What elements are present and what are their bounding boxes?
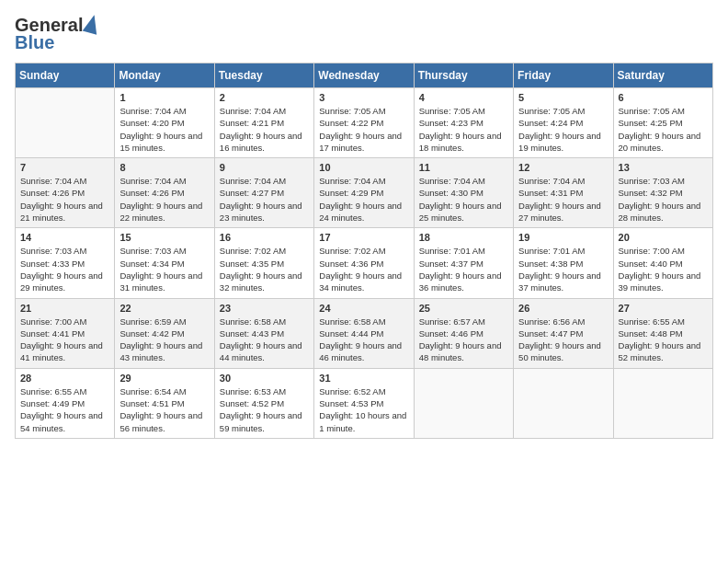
day-number: 27 [619,303,708,314]
calendar-cell: 3Sunrise: 7:05 AMSunset: 4:22 PMDaylight… [314,88,414,158]
weekday-header-wednesday: Wednesday [314,63,414,88]
calendar-cell: 16Sunrise: 7:02 AMSunset: 4:35 PMDayligh… [214,228,313,298]
calendar-cell: 5Sunrise: 7:05 AMSunset: 4:24 PMDaylight… [514,88,613,158]
day-info: Sunrise: 6:53 AMSunset: 4:52 PMDaylight:… [220,385,309,434]
day-info: Sunrise: 7:03 AMSunset: 4:32 PMDaylight:… [619,175,708,224]
day-number: 15 [119,232,209,243]
calendar-cell: 9Sunrise: 7:04 AMSunset: 4:27 PMDaylight… [214,158,313,228]
logo-triangle-icon [83,13,102,34]
calendar-cell: 6Sunrise: 7:05 AMSunset: 4:25 PMDaylight… [613,88,712,158]
day-info: Sunrise: 6:56 AMSunset: 4:47 PMDaylight:… [518,316,608,364]
day-number: 22 [119,303,209,314]
calendar-cell: 14Sunrise: 7:03 AMSunset: 4:33 PMDayligh… [16,228,115,298]
calendar-cell: 17Sunrise: 7:02 AMSunset: 4:36 PMDayligh… [314,228,414,298]
day-number: 23 [220,303,309,314]
calendar-cell: 10Sunrise: 7:04 AMSunset: 4:29 PMDayligh… [314,158,414,228]
week-row-4: 21Sunrise: 7:00 AMSunset: 4:41 PMDayligh… [16,298,713,368]
day-number: 12 [518,162,608,173]
calendar-cell: 21Sunrise: 7:00 AMSunset: 4:41 PMDayligh… [16,298,115,368]
day-number: 10 [319,162,408,173]
calendar-cell [514,368,613,438]
day-number: 6 [619,92,708,103]
calendar-cell: 23Sunrise: 6:58 AMSunset: 4:43 PMDayligh… [214,298,313,368]
day-number: 24 [319,303,408,314]
calendar-cell: 22Sunrise: 6:59 AMSunset: 4:42 PMDayligh… [115,298,214,368]
calendar-cell: 12Sunrise: 7:04 AMSunset: 4:31 PMDayligh… [514,158,613,228]
day-info: Sunrise: 7:02 AMSunset: 4:35 PMDaylight:… [220,245,309,293]
day-number: 20 [619,232,708,243]
day-number: 13 [619,162,708,173]
calendar-cell: 20Sunrise: 7:00 AMSunset: 4:40 PMDayligh… [613,228,712,298]
calendar-cell: 26Sunrise: 6:56 AMSunset: 4:47 PMDayligh… [514,298,613,368]
calendar-cell: 25Sunrise: 6:57 AMSunset: 4:46 PMDayligh… [414,298,513,368]
day-info: Sunrise: 7:02 AMSunset: 4:36 PMDaylight:… [319,245,408,293]
calendar-cell [16,88,115,158]
weekday-header-tuesday: Tuesday [214,63,313,88]
day-number: 5 [518,92,608,103]
day-number: 29 [119,373,209,384]
day-number: 28 [20,373,109,384]
weekday-header-row: SundayMondayTuesdayWednesdayThursdayFrid… [16,63,713,88]
day-info: Sunrise: 7:00 AMSunset: 4:41 PMDaylight:… [20,316,109,364]
calendar-cell: 8Sunrise: 7:04 AMSunset: 4:26 PMDaylight… [115,158,214,228]
day-number: 30 [220,373,309,384]
day-number: 2 [220,92,309,103]
calendar-cell: 24Sunrise: 6:58 AMSunset: 4:44 PMDayligh… [314,298,414,368]
day-info: Sunrise: 7:04 AMSunset: 4:26 PMDaylight:… [119,175,209,224]
day-info: Sunrise: 7:00 AMSunset: 4:40 PMDaylight:… [619,245,708,293]
day-info: Sunrise: 6:55 AMSunset: 4:48 PMDaylight:… [619,316,708,364]
day-number: 4 [419,92,508,103]
calendar-cell: 29Sunrise: 6:54 AMSunset: 4:51 PMDayligh… [115,368,214,438]
calendar-cell [414,368,513,438]
day-number: 25 [419,303,508,314]
day-number: 8 [119,162,209,173]
week-row-5: 28Sunrise: 6:55 AMSunset: 4:49 PMDayligh… [16,368,713,438]
day-info: Sunrise: 6:57 AMSunset: 4:46 PMDaylight:… [419,316,508,364]
day-info: Sunrise: 7:03 AMSunset: 4:34 PMDaylight:… [119,245,209,293]
day-info: Sunrise: 7:04 AMSunset: 4:29 PMDaylight:… [319,175,408,224]
week-row-1: 1Sunrise: 7:04 AMSunset: 4:20 PMDaylight… [16,88,713,158]
calendar-cell: 31Sunrise: 6:52 AMSunset: 4:53 PMDayligh… [314,368,414,438]
day-number: 17 [319,232,408,243]
day-number: 31 [319,373,408,384]
day-info: Sunrise: 7:04 AMSunset: 4:31 PMDaylight:… [518,175,608,224]
day-number: 18 [419,232,508,243]
day-number: 3 [319,92,408,103]
day-info: Sunrise: 7:04 AMSunset: 4:26 PMDaylight:… [20,175,109,224]
calendar-cell: 1Sunrise: 7:04 AMSunset: 4:20 PMDaylight… [115,88,214,158]
page-header: General Blue [15,15,713,53]
calendar-cell: 18Sunrise: 7:01 AMSunset: 4:37 PMDayligh… [414,228,513,298]
day-info: Sunrise: 7:05 AMSunset: 4:25 PMDaylight:… [619,105,708,154]
weekday-header-saturday: Saturday [613,63,712,88]
day-number: 19 [518,232,608,243]
calendar-cell: 19Sunrise: 7:01 AMSunset: 4:38 PMDayligh… [514,228,613,298]
calendar-cell: 27Sunrise: 6:55 AMSunset: 4:48 PMDayligh… [613,298,712,368]
calendar-cell: 13Sunrise: 7:03 AMSunset: 4:32 PMDayligh… [613,158,712,228]
day-info: Sunrise: 7:04 AMSunset: 4:21 PMDaylight:… [220,105,309,154]
week-row-2: 7Sunrise: 7:04 AMSunset: 4:26 PMDaylight… [16,158,713,228]
day-info: Sunrise: 7:05 AMSunset: 4:23 PMDaylight:… [419,105,508,154]
day-number: 1 [119,92,209,103]
weekday-header-monday: Monday [115,63,214,88]
day-info: Sunrise: 7:01 AMSunset: 4:37 PMDaylight:… [419,245,508,293]
day-info: Sunrise: 6:58 AMSunset: 4:44 PMDaylight:… [319,316,408,364]
calendar-table: SundayMondayTuesdayWednesdayThursdayFrid… [15,63,713,439]
logo: General Blue [15,15,99,53]
day-number: 14 [20,232,109,243]
day-info: Sunrise: 6:55 AMSunset: 4:49 PMDaylight:… [20,385,109,434]
day-info: Sunrise: 6:59 AMSunset: 4:42 PMDaylight:… [119,316,209,364]
calendar-cell: 30Sunrise: 6:53 AMSunset: 4:52 PMDayligh… [214,368,313,438]
day-number: 26 [518,303,608,314]
calendar-cell: 15Sunrise: 7:03 AMSunset: 4:34 PMDayligh… [115,228,214,298]
day-info: Sunrise: 6:52 AMSunset: 4:53 PMDaylight:… [319,385,408,434]
calendar-cell: 2Sunrise: 7:04 AMSunset: 4:21 PMDaylight… [214,88,313,158]
weekday-header-friday: Friday [514,63,613,88]
calendar-cell [613,368,712,438]
day-number: 7 [20,162,109,173]
day-info: Sunrise: 7:01 AMSunset: 4:38 PMDaylight:… [518,245,608,293]
day-info: Sunrise: 7:04 AMSunset: 4:30 PMDaylight:… [419,175,508,224]
weekday-header-sunday: Sunday [16,63,115,88]
day-info: Sunrise: 7:03 AMSunset: 4:33 PMDaylight:… [20,245,109,293]
calendar-cell: 28Sunrise: 6:55 AMSunset: 4:49 PMDayligh… [16,368,115,438]
day-info: Sunrise: 7:05 AMSunset: 4:24 PMDaylight:… [518,105,608,154]
